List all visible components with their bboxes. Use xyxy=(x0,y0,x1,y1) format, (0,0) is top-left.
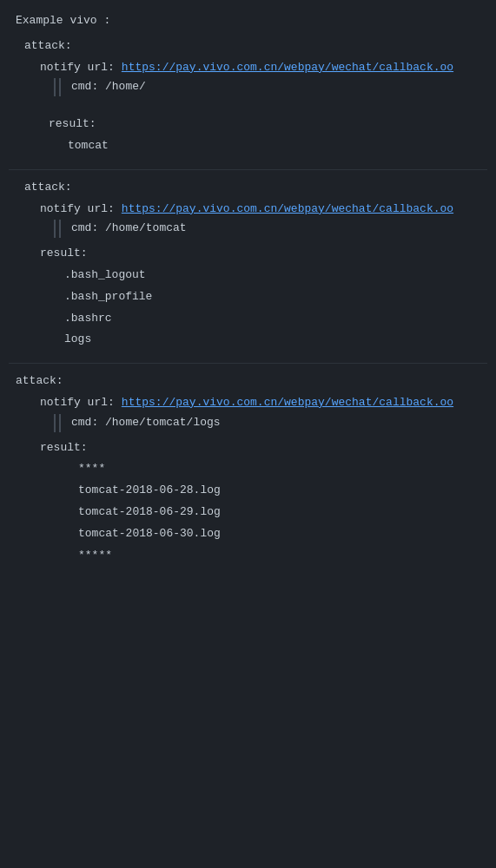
attack-label-3: attack: xyxy=(9,372,487,391)
result-label-3: result: xyxy=(9,439,487,457)
notify-row-2: notify url: https://pay.vivo.com.cn/webp… xyxy=(9,201,487,219)
result-item-2-3: logs xyxy=(9,331,487,349)
notify-url-2[interactable]: https://pay.vivo.com.cn/webpay/wechat/ca… xyxy=(122,201,453,219)
result-label-1: result: xyxy=(9,115,487,134)
attack-label-2: attack: xyxy=(9,179,487,197)
cmd-block-1: cmd: /home/ xyxy=(9,78,487,96)
attack-label-1: attack: xyxy=(9,37,487,56)
notify-url-3[interactable]: https://pay.vivo.com.cn/webpay/wechat/ca… xyxy=(122,394,453,412)
result-item-3-4: ***** xyxy=(9,547,487,565)
notify-label-1: notify url: xyxy=(40,59,115,77)
notify-label-2: notify url: xyxy=(40,201,115,219)
notify-url-1[interactable]: https://pay.vivo.com.cn/webpay/wechat/ca… xyxy=(122,59,453,77)
result-item-3-2: tomcat-2018-06-29.log xyxy=(9,503,487,522)
notify-row-1: notify url: https://pay.vivo.com.cn/webp… xyxy=(9,59,487,77)
cmd-block-2: cmd: /home/tomcat xyxy=(9,220,487,238)
result-item-2-1: .bash_profile xyxy=(9,288,487,306)
attack-section-3: attack: notify url: https://pay.vivo.com… xyxy=(9,372,487,564)
notify-label-3: notify url: xyxy=(40,394,115,412)
result-item-2-0: .bash_logout xyxy=(9,266,487,285)
notify-row-3: notify url: https://pay.vivo.com.cn/webp… xyxy=(9,394,487,412)
example-header: Example vivo : xyxy=(9,12,487,30)
result-item-1-0: tomcat xyxy=(9,137,487,155)
attack-section-1: attack: notify url: https://pay.vivo.com… xyxy=(9,37,487,155)
attack-section-2: attack: notify url: https://pay.vivo.com… xyxy=(9,179,487,349)
divider-2 xyxy=(9,363,487,364)
result-item-2-2: .bashrc xyxy=(9,310,487,328)
result-item-3-3: tomcat-2018-06-30.log xyxy=(9,525,487,543)
result-item-3-1: tomcat-2018-06-28.log xyxy=(9,482,487,500)
divider-1 xyxy=(9,169,487,170)
cmd-block-3: cmd: /home/tomcat/logs xyxy=(9,414,487,432)
result-item-3-0: **** xyxy=(9,460,487,478)
cmd-text-3: cmd: /home/tomcat/logs xyxy=(71,414,221,432)
result-label-2: result: xyxy=(9,245,487,263)
cmd-text-1: cmd: /home/ xyxy=(71,78,146,96)
cmd-text-2: cmd: /home/tomcat xyxy=(71,220,187,238)
